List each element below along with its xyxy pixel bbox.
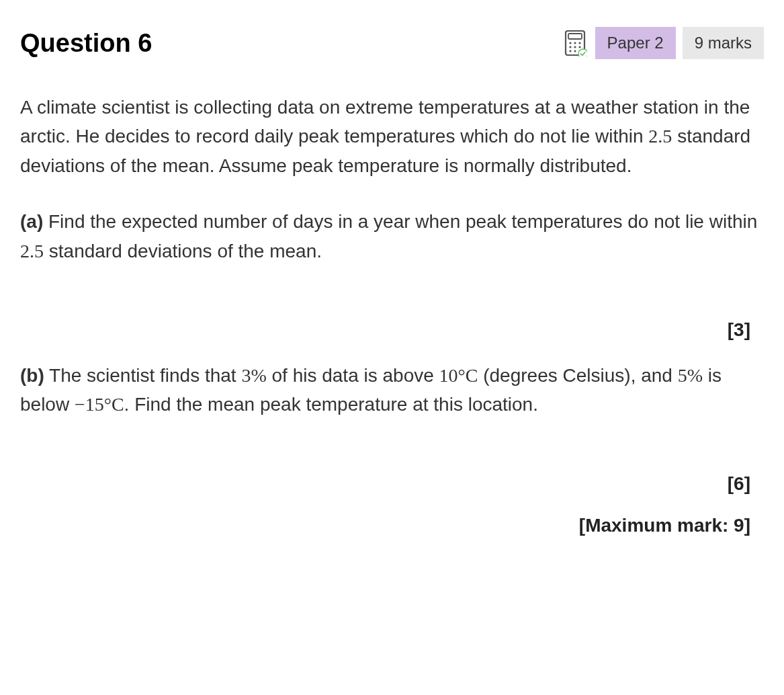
calculator-icon bbox=[562, 28, 589, 58]
question-intro: A climate scientist is collecting data o… bbox=[20, 93, 764, 180]
part-b-value: 3% bbox=[241, 365, 266, 386]
part-a-marks: [3] bbox=[20, 319, 764, 341]
part-b-marks: [6] bbox=[20, 473, 764, 495]
svg-point-9 bbox=[574, 50, 576, 52]
part-b-value: −15 bbox=[75, 394, 104, 415]
maximum-mark: [Maximum mark: 9] bbox=[20, 515, 764, 536]
part-a-value: 2.5 bbox=[20, 241, 44, 261]
badges-group: Paper 2 9 marks bbox=[562, 27, 764, 59]
svg-point-3 bbox=[574, 42, 576, 44]
svg-point-2 bbox=[569, 42, 571, 44]
part-b-text: . Find the mean peak temperature at this… bbox=[124, 394, 538, 415]
part-b-value: 5% bbox=[678, 365, 703, 386]
svg-point-4 bbox=[578, 42, 580, 44]
svg-point-5 bbox=[569, 46, 571, 48]
marks-badge: 9 marks bbox=[683, 27, 764, 59]
part-a-text: Find the expected number of days in a ye… bbox=[43, 211, 757, 232]
part-b: (b) The scientist finds that 3% of his d… bbox=[20, 361, 764, 419]
paper-badge: Paper 2 bbox=[595, 27, 676, 59]
part-b-text: of his data is above bbox=[267, 365, 439, 386]
part-b-value: 10 bbox=[439, 365, 458, 386]
svg-point-7 bbox=[578, 46, 580, 48]
part-b-label: (b) bbox=[20, 365, 44, 386]
part-b-text: The scientist finds that bbox=[44, 365, 242, 386]
part-b-unit: °C bbox=[104, 394, 124, 415]
question-title: Question 6 bbox=[20, 29, 152, 58]
part-b-unit: °C bbox=[458, 365, 478, 386]
part-a-text: standard deviations of the mean. bbox=[44, 241, 322, 261]
question-header: Question 6 Paper 2 9 marks bbox=[20, 27, 764, 59]
part-b-text: (degrees Celsius), and bbox=[478, 365, 677, 386]
intro-value: 2.5 bbox=[648, 126, 672, 147]
part-a: (a) Find the expected number of days in … bbox=[20, 207, 764, 265]
part-a-label: (a) bbox=[20, 211, 43, 232]
svg-rect-1 bbox=[568, 34, 582, 39]
svg-point-6 bbox=[574, 46, 576, 48]
intro-text: A climate scientist is collecting data o… bbox=[20, 97, 750, 147]
svg-point-8 bbox=[569, 50, 571, 52]
